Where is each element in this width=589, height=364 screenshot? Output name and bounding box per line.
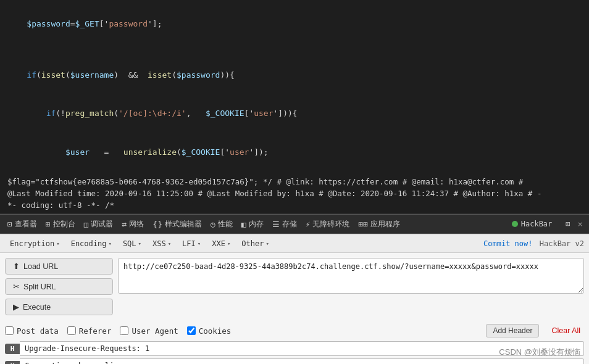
- execute-button[interactable]: ▶ Execute: [5, 299, 113, 315]
- code-line-1: $password=$_GET['password'];: [7, 5, 582, 43]
- menu-sql-label: SQL: [123, 239, 136, 248]
- other-arrow-icon: ▾: [265, 241, 269, 247]
- user-agent-checkbox[interactable]: [120, 326, 128, 335]
- split-url-label: Split URL: [23, 283, 56, 291]
- performance-label: 性能: [218, 219, 233, 230]
- network-icon: ⇄: [122, 220, 127, 229]
- devtools-accessibility[interactable]: ⚡ 无障碍环境: [302, 217, 354, 231]
- hackbar-dot-icon: [512, 221, 518, 227]
- devtools-close-button[interactable]: ×: [575, 217, 585, 231]
- devtools-application[interactable]: ⊞⊞ 应用程序: [354, 217, 404, 231]
- hackbar-buttons: ⬆ Load URL ✂ Split URL ▶ Execute: [5, 258, 113, 315]
- menu-xss[interactable]: XSS ▾: [148, 238, 176, 250]
- hackbar-menu: Encryption ▾ Encoding ▾ SQL ▾ XSS ▾ LFI …: [0, 234, 589, 253]
- xxe-arrow-icon: ▾: [227, 241, 230, 247]
- performance-icon: ◷: [211, 220, 215, 229]
- watermark: CSDN @刘桑没有烦恼: [499, 347, 580, 358]
- devtools-more[interactable]: ⊡: [563, 218, 572, 230]
- flag-area: $flag="ctfshow{ee7688a5-b066-4768-9362-e…: [0, 173, 589, 214]
- execute-label: Execute: [23, 303, 51, 312]
- devtools-memory[interactable]: ◧ 内存: [238, 217, 267, 231]
- referer-label: Referer: [79, 326, 112, 336]
- console-icon: ⊞: [46, 220, 51, 229]
- debugger-icon: ◫: [84, 220, 89, 229]
- devtools-debugger[interactable]: ◫ 调试器: [80, 217, 117, 231]
- flag-line-2: @Last Modified time: 2020-09-16 11:25:00…: [7, 188, 582, 200]
- code-line-5: $user = unserialize($_COOKIE['user']);: [7, 133, 582, 172]
- menu-other-label: Other: [241, 239, 264, 248]
- hackbar-label: HackBar: [521, 220, 553, 228]
- devtools-performance[interactable]: ◷ 性能: [207, 217, 236, 231]
- header-badge-0: H: [5, 344, 20, 354]
- load-url-label: Load URL: [23, 262, 58, 271]
- encoding-arrow-icon: ▾: [108, 241, 111, 247]
- application-label: 应用程序: [370, 219, 400, 230]
- memory-label: 内存: [249, 219, 264, 230]
- hackbar-url-area: [118, 258, 584, 315]
- lfi-arrow-icon: ▾: [198, 241, 201, 247]
- hackbar-tab[interactable]: HackBar: [507, 218, 558, 230]
- post-data-checkbox-label[interactable]: Post data: [5, 326, 59, 336]
- referer-checkbox-label[interactable]: Referer: [67, 326, 112, 336]
- code-line-2: [7, 43, 582, 56]
- code-area: $password=$_GET['password']; if(isset($u…: [0, 0, 589, 173]
- header-input-1[interactable]: [20, 358, 584, 364]
- inspector-icon: ⊡: [7, 220, 12, 229]
- storage-label: 存储: [282, 219, 297, 230]
- user-agent-checkbox-label[interactable]: User Agent: [120, 326, 178, 336]
- style-editor-icon: {}: [152, 220, 162, 229]
- url-input[interactable]: [118, 258, 584, 294]
- menu-encryption[interactable]: Encryption ▾: [5, 238, 65, 250]
- menu-encryption-label: Encryption: [10, 239, 54, 248]
- user-agent-label: User Agent: [132, 326, 178, 336]
- cookies-checkbox-label[interactable]: Cookies: [187, 326, 232, 336]
- menu-sql[interactable]: SQL ▾: [118, 238, 146, 250]
- devtools-storage[interactable]: ☰ 存储: [269, 217, 301, 231]
- split-url-icon: ✂: [13, 282, 20, 291]
- code-line-4: if(!preg_match('/[oc]:\d+:/i', $_COOKIE[…: [7, 95, 582, 133]
- menu-lfi[interactable]: LFI ▾: [177, 238, 206, 250]
- xss-arrow-icon: ▾: [168, 241, 171, 247]
- devtools-style-editor[interactable]: {} 样式编辑器: [149, 217, 206, 231]
- cookies-checkbox[interactable]: [187, 326, 196, 335]
- header-badge-1: H: [5, 361, 20, 364]
- watermark-text: CSDN @刘桑没有烦恼: [499, 347, 580, 357]
- split-url-button[interactable]: ✂ Split URL: [5, 278, 113, 295]
- post-data-label: Post data: [17, 326, 59, 336]
- clear-all-button[interactable]: Clear All: [548, 325, 584, 337]
- menu-xxe[interactable]: XXE ▾: [207, 238, 235, 250]
- accessibility-label: 无障碍环境: [312, 219, 349, 230]
- style-editor-label: 样式编辑器: [165, 219, 202, 230]
- load-url-button[interactable]: ⬆ Load URL: [5, 258, 113, 275]
- header-row-0: H: [5, 341, 584, 356]
- code-line-3: if(isset($username) && isset($password))…: [7, 56, 582, 94]
- menu-xss-label: XSS: [152, 239, 166, 248]
- commit-now-label: Commit now!: [483, 239, 532, 248]
- menu-encoding[interactable]: Encoding ▾: [66, 238, 117, 250]
- sql-arrow-icon: ▾: [138, 241, 141, 247]
- hackbar-checkboxes: Post data Referer User Agent Cookies Add…: [0, 320, 589, 341]
- menu-encoding-label: Encoding: [71, 239, 107, 248]
- encryption-arrow-icon: ▾: [56, 241, 59, 247]
- menu-other[interactable]: Other ▾: [236, 238, 274, 250]
- hackbar-version-label: HackBar v2: [540, 239, 584, 248]
- menu-xxe-label: XXE: [212, 239, 225, 248]
- post-data-checkbox[interactable]: [5, 326, 14, 335]
- add-header-button[interactable]: Add Header: [486, 324, 539, 337]
- devtools-inspector[interactable]: ⊡ 查看器: [4, 217, 41, 231]
- hackbar-panel: Encryption ▾ Encoding ▾ SQL ▾ XSS ▾ LFI …: [0, 234, 589, 364]
- devtools-console[interactable]: ⊞ 控制台: [42, 217, 79, 231]
- load-url-icon: ⬆: [13, 262, 20, 271]
- header-row-1: H: [5, 358, 584, 364]
- cookies-label: Cookies: [199, 326, 232, 336]
- console-label: 控制台: [53, 219, 75, 230]
- memory-icon: ◧: [241, 220, 246, 229]
- devtools-network[interactable]: ⇄ 网络: [118, 217, 148, 231]
- flag-line-1: $flag="ctfshow{ee7688a5-b066-4768-9362-e…: [7, 176, 582, 188]
- commit-now-link[interactable]: Commit now! HackBar v2: [483, 239, 584, 248]
- referer-checkbox[interactable]: [67, 326, 76, 335]
- flag-line-3: *- coding: utf-8 -*- /*: [7, 200, 582, 212]
- execute-icon: ▶: [13, 302, 19, 312]
- debugger-label: 调试器: [91, 219, 113, 230]
- inspector-label: 查看器: [15, 219, 37, 230]
